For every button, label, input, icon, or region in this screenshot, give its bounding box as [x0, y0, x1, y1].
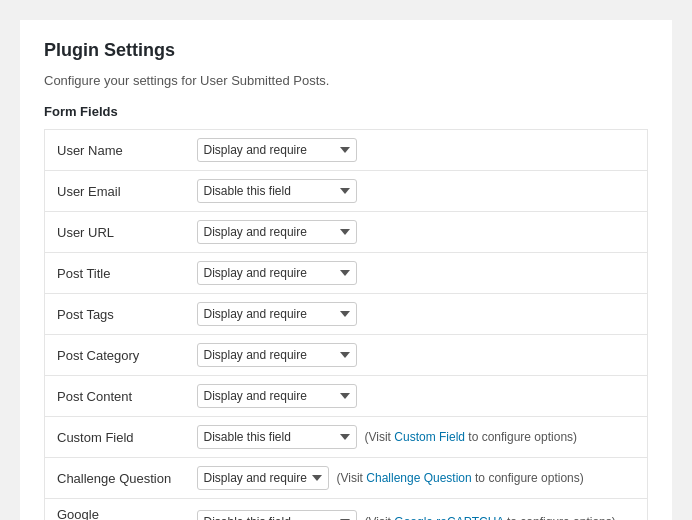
field-label-user-name: User Name	[45, 130, 185, 171]
field-select-user-name[interactable]: Display and requireDisplay onlyDisable t…	[197, 138, 357, 162]
field-select-user-email[interactable]: Display and requireDisplay onlyDisable t…	[197, 179, 357, 203]
table-row: Google reCAPTCHADisplay and requireDispl…	[45, 499, 648, 521]
field-select-custom-field[interactable]: Display and requireDisplay onlyDisable t…	[197, 425, 357, 449]
field-select-post-category[interactable]: Display and requireDisplay onlyDisable t…	[197, 343, 357, 367]
table-row: Post TagsDisplay and requireDisplay only…	[45, 294, 648, 335]
field-label-post-tags: Post Tags	[45, 294, 185, 335]
table-row: Challenge QuestionDisplay and requireDis…	[45, 458, 648, 499]
page-container: Plugin Settings Configure your settings …	[20, 20, 672, 520]
field-label-post-content: Post Content	[45, 376, 185, 417]
field-select-google-recaptcha[interactable]: Display and requireDisplay onlyDisable t…	[197, 510, 357, 520]
field-note-link-challenge-question[interactable]: Challenge Question	[366, 471, 471, 485]
field-note-challenge-question: (Visit Challenge Question to configure o…	[337, 471, 584, 485]
field-control-user-url: Display and requireDisplay onlyDisable t…	[185, 212, 648, 253]
field-label-post-category: Post Category	[45, 335, 185, 376]
field-select-post-title[interactable]: Display and requireDisplay onlyDisable t…	[197, 261, 357, 285]
field-label-post-title: Post Title	[45, 253, 185, 294]
field-label-challenge-question: Challenge Question	[45, 458, 185, 499]
field-note-google-recaptcha: (Visit Google reCAPTCHA to configure opt…	[365, 515, 616, 520]
field-select-user-url[interactable]: Display and requireDisplay onlyDisable t…	[197, 220, 357, 244]
page-title: Plugin Settings	[44, 40, 648, 61]
field-control-post-title: Display and requireDisplay onlyDisable t…	[185, 253, 648, 294]
field-select-challenge-question[interactable]: Display and requireDisplay onlyDisable t…	[197, 466, 329, 490]
field-note-link-google-recaptcha[interactable]: Google reCAPTCHA	[394, 515, 503, 520]
field-control-user-name: Display and requireDisplay onlyDisable t…	[185, 130, 648, 171]
field-label-user-email: User Email	[45, 171, 185, 212]
table-row: Custom FieldDisplay and requireDisplay o…	[45, 417, 648, 458]
field-control-post-category: Display and requireDisplay onlyDisable t…	[185, 335, 648, 376]
table-row: User NameDisplay and requireDisplay only…	[45, 130, 648, 171]
field-label-user-url: User URL	[45, 212, 185, 253]
table-row: User URLDisplay and requireDisplay onlyD…	[45, 212, 648, 253]
field-label-custom-field: Custom Field	[45, 417, 185, 458]
field-control-user-email: Display and requireDisplay onlyDisable t…	[185, 171, 648, 212]
field-control-challenge-question: Display and requireDisplay onlyDisable t…	[185, 458, 648, 499]
fields-table: User NameDisplay and requireDisplay only…	[44, 129, 648, 520]
field-note-link-custom-field[interactable]: Custom Field	[394, 430, 465, 444]
field-control-post-content: Display and requireDisplay onlyDisable t…	[185, 376, 648, 417]
table-row: Post ContentDisplay and requireDisplay o…	[45, 376, 648, 417]
table-row: Post CategoryDisplay and requireDisplay …	[45, 335, 648, 376]
field-control-post-tags: Display and requireDisplay onlyDisable t…	[185, 294, 648, 335]
field-select-post-content[interactable]: Display and requireDisplay onlyDisable t…	[197, 384, 357, 408]
field-control-google-recaptcha: Display and requireDisplay onlyDisable t…	[185, 499, 648, 521]
page-description: Configure your settings for User Submitt…	[44, 73, 648, 88]
field-select-post-tags[interactable]: Display and requireDisplay onlyDisable t…	[197, 302, 357, 326]
section-title: Form Fields	[44, 104, 648, 119]
table-row: Post TitleDisplay and requireDisplay onl…	[45, 253, 648, 294]
field-label-google-recaptcha: Google reCAPTCHA	[45, 499, 185, 521]
field-control-custom-field: Display and requireDisplay onlyDisable t…	[185, 417, 648, 458]
table-row: User EmailDisplay and requireDisplay onl…	[45, 171, 648, 212]
field-note-custom-field: (Visit Custom Field to configure options…	[365, 430, 578, 444]
